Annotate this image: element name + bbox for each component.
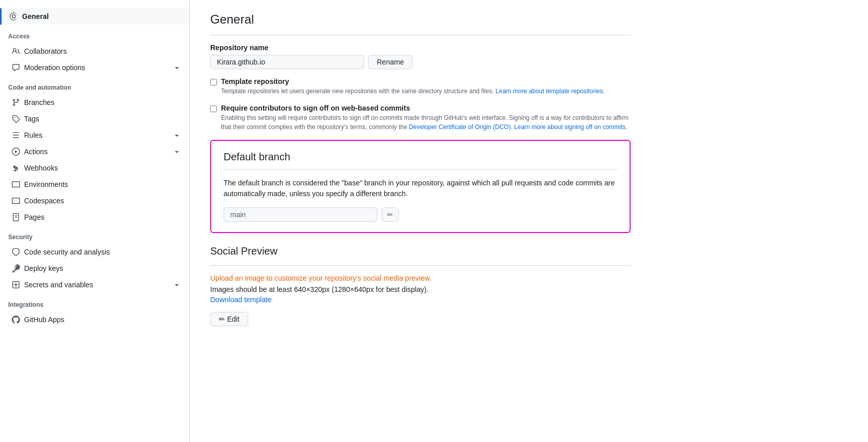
sidebar-item-tags[interactable]: Tags xyxy=(0,111,189,127)
rename-button[interactable]: Rename xyxy=(368,55,413,69)
social-size-text: Images should be at least 640×320px (128… xyxy=(210,285,631,293)
sign-off-label[interactable]: Require contributors to sign off on web-… xyxy=(221,104,410,112)
sidebar-item-general-label: General xyxy=(22,12,49,20)
sidebar: General Access Collaborators Moderation … xyxy=(0,0,190,442)
tag-icon xyxy=(12,115,20,123)
default-branch-divider xyxy=(224,169,617,170)
pencil-icon: ✏ xyxy=(387,211,393,219)
sidebar-item-secrets-label: Secrets and variables xyxy=(24,281,93,289)
template-repo-desc: Template repositories let users generate… xyxy=(221,87,604,96)
sidebar-item-code-security-label: Code security and analysis xyxy=(24,248,110,256)
title-divider xyxy=(210,35,631,35)
chevron-down-icon-actions xyxy=(173,148,181,156)
sidebar-section-integrations: Integrations xyxy=(0,293,189,311)
sidebar-section-access: Access xyxy=(0,25,189,43)
sidebar-item-deploy-keys[interactable]: Deploy keys xyxy=(0,260,189,277)
sidebar-item-code-security[interactable]: Code security and analysis xyxy=(0,244,189,260)
default-branch-desc: The default branch is considered the "ba… xyxy=(224,178,617,199)
actions-icon xyxy=(12,148,20,156)
edit-icon: ✏ xyxy=(219,315,225,323)
sidebar-item-collaborators-label: Collaborators xyxy=(24,47,67,55)
sidebar-item-tags-label: Tags xyxy=(24,115,39,123)
branch-input-row: ✏ xyxy=(224,207,617,222)
sidebar-item-rules[interactable]: Rules xyxy=(0,127,189,143)
sign-off-checkbox[interactable] xyxy=(210,106,217,112)
edit-button-label: Edit xyxy=(227,315,239,323)
default-branch-box: Default branch The default branch is con… xyxy=(210,140,631,233)
sidebar-item-branches[interactable]: Branches xyxy=(0,94,189,111)
sign-off-desc: Enabling this setting will require contr… xyxy=(221,113,631,132)
template-repo-label[interactable]: Template repository xyxy=(221,77,289,86)
sidebar-item-actions[interactable]: Actions xyxy=(0,143,189,160)
webhook-icon xyxy=(12,164,20,172)
branch-icon xyxy=(12,98,20,107)
template-repo-checkbox[interactable] xyxy=(210,79,217,86)
social-upload-text: Upload an image to customize your reposi… xyxy=(210,274,631,282)
people-icon xyxy=(12,47,20,55)
github-icon xyxy=(12,315,20,324)
codespaces-icon xyxy=(12,197,20,205)
sidebar-item-pages[interactable]: Pages xyxy=(0,209,189,225)
sidebar-item-collaborators[interactable]: Collaborators xyxy=(0,43,189,59)
chevron-down-icon-secrets xyxy=(173,281,181,289)
sidebar-item-general[interactable]: General xyxy=(0,8,189,25)
page-title: General xyxy=(210,12,631,27)
repo-name-input[interactable] xyxy=(210,55,364,69)
default-branch-title: Default branch xyxy=(224,151,617,163)
sidebar-section-automation: Code and automation xyxy=(0,76,189,94)
template-repo-row: Template repository Template repositorie… xyxy=(210,77,631,96)
sidebar-item-github-apps-label: GitHub Apps xyxy=(24,315,65,324)
plus-square-icon xyxy=(12,281,20,289)
sidebar-item-pages-label: Pages xyxy=(24,213,45,221)
sidebar-item-moderation-label: Moderation options xyxy=(24,64,85,72)
social-edit-button[interactable]: ✏ Edit xyxy=(210,312,248,326)
sidebar-item-codespaces-label: Codespaces xyxy=(24,197,64,205)
sidebar-item-rules-label: Rules xyxy=(24,131,43,139)
repo-name-group: Repository name Rename xyxy=(210,44,631,69)
main-content: General Repository name Rename Template … xyxy=(190,0,651,442)
sidebar-item-moderation[interactable]: Moderation options xyxy=(0,59,189,76)
sidebar-item-environments-label: Environments xyxy=(24,180,68,188)
branch-name-input[interactable] xyxy=(224,207,377,222)
sidebar-item-environments[interactable]: Environments xyxy=(0,176,189,193)
gear-icon xyxy=(10,12,18,20)
chevron-down-icon xyxy=(173,64,181,72)
social-preview-divider xyxy=(210,265,631,266)
sidebar-item-deploy-keys-label: Deploy keys xyxy=(24,264,63,272)
shield-icon xyxy=(12,248,20,256)
sign-off-link2[interactable]: Learn more about signing off on commits. xyxy=(514,123,628,131)
key-icon xyxy=(12,264,20,272)
template-repo-link[interactable]: Learn more about template repositories. xyxy=(496,88,605,95)
download-template-link[interactable]: Download template xyxy=(210,296,272,304)
rules-icon xyxy=(12,131,20,139)
branch-edit-button[interactable]: ✏ xyxy=(381,207,399,222)
sidebar-item-secrets[interactable]: Secrets and variables xyxy=(0,277,189,293)
environments-icon xyxy=(12,180,20,188)
repo-name-input-row: Rename xyxy=(210,55,631,69)
repo-name-label: Repository name xyxy=(210,44,631,52)
chevron-down-icon-rules xyxy=(173,131,181,139)
social-preview-section: Social Preview Upload an image to custom… xyxy=(210,245,631,326)
sidebar-item-webhooks-label: Webhooks xyxy=(24,164,58,172)
sidebar-item-github-apps[interactable]: GitHub Apps xyxy=(0,311,189,328)
sign-off-row: Require contributors to sign off on web-… xyxy=(210,104,631,132)
social-preview-title: Social Preview xyxy=(210,245,631,257)
sidebar-item-codespaces[interactable]: Codespaces xyxy=(0,193,189,209)
sidebar-section-security: Security xyxy=(0,225,189,244)
sidebar-item-actions-label: Actions xyxy=(24,148,48,156)
sign-off-link1[interactable]: Developer Certificate of Origin (DCO). xyxy=(409,123,512,131)
pages-icon xyxy=(12,213,20,221)
sidebar-item-webhooks[interactable]: Webhooks xyxy=(0,160,189,176)
sidebar-item-branches-label: Branches xyxy=(24,98,54,107)
comment-icon xyxy=(12,64,20,72)
